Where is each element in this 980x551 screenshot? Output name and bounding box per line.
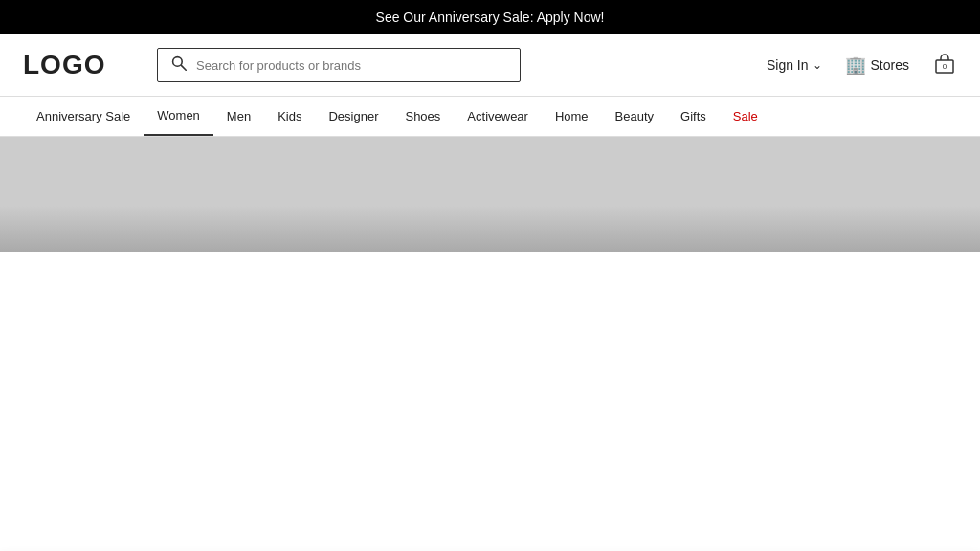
search-bar[interactable] bbox=[157, 48, 521, 82]
logo[interactable]: LOGO bbox=[23, 50, 138, 80]
nav-item-home[interactable]: Home bbox=[542, 98, 602, 135]
chevron-down-icon: ⌄ bbox=[813, 58, 822, 72]
svg-line-1 bbox=[181, 65, 186, 70]
nav-item-designer[interactable]: Designer bbox=[315, 98, 391, 135]
store-icon: 🏢 bbox=[845, 55, 866, 76]
nav-item-sale[interactable]: Sale bbox=[720, 98, 771, 135]
main-nav: Anniversary Sale Women Men Kids Designer… bbox=[0, 97, 980, 137]
hero-background bbox=[0, 137, 980, 252]
nav-item-men[interactable]: Men bbox=[213, 98, 264, 135]
cart-button[interactable]: 0 bbox=[932, 52, 957, 79]
search-input[interactable] bbox=[196, 58, 506, 73]
cart-icon: 0 bbox=[932, 52, 957, 77]
nav-item-anniversary[interactable]: Anniversary Sale bbox=[23, 98, 144, 135]
top-banner[interactable]: See Our Anniversary Sale: Apply Now! bbox=[0, 0, 980, 34]
svg-text:0: 0 bbox=[943, 62, 947, 71]
sign-in-button[interactable]: Sign In ⌄ bbox=[767, 57, 822, 73]
stores-button[interactable]: 🏢 Stores bbox=[845, 55, 909, 76]
svg-point-0 bbox=[173, 57, 183, 67]
nav-item-gifts[interactable]: Gifts bbox=[667, 98, 720, 135]
banner-text: See Our Anniversary Sale: Apply Now! bbox=[376, 10, 605, 25]
nav-item-activewear[interactable]: Activewear bbox=[454, 98, 542, 135]
nav-item-women[interactable]: Women bbox=[144, 97, 213, 136]
nav-item-kids[interactable]: Kids bbox=[264, 98, 315, 135]
header-right: Sign In ⌄ 🏢 Stores 0 bbox=[767, 52, 957, 79]
nav-item-shoes[interactable]: Shoes bbox=[391, 98, 454, 135]
search-icon bbox=[171, 55, 187, 75]
nav-item-beauty[interactable]: Beauty bbox=[602, 98, 667, 135]
header: LOGO Sign In ⌄ 🏢 Stores 0 bbox=[0, 34, 980, 97]
